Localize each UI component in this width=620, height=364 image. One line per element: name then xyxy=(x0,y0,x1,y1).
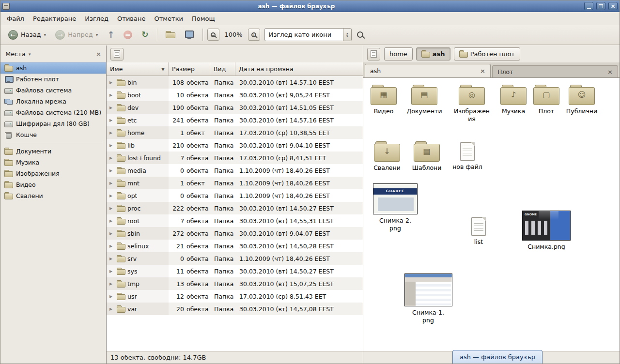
table-row[interactable]: ▶ sbin 272обекта Папка 30.03.2010 (вт) 9… xyxy=(107,227,363,240)
table-row[interactable]: ▶ root ?обекта Папка 30.03.2010 (вт) 14,… xyxy=(107,214,363,227)
menu-item[interactable]: Отиване xyxy=(113,13,150,24)
expander-icon[interactable]: ▶ xyxy=(109,181,114,185)
icon-view-item[interactable]: ▤ Шаблони xyxy=(405,141,449,172)
sidebar-item[interactable]: Файлова система xyxy=(0,85,106,96)
expander-icon[interactable]: ▶ xyxy=(109,194,114,198)
table-row[interactable]: ▶ tmp 13обекта Папка 30.03.2010 (вт) 15,… xyxy=(107,277,363,290)
expander-icon[interactable]: ▶ xyxy=(109,118,114,122)
column-header-type[interactable]: Вид xyxy=(210,62,235,76)
expander-icon[interactable]: ▶ xyxy=(109,80,114,85)
table-row[interactable]: ▶ sys 11обекта Папка 30.03.2010 (вт) 14,… xyxy=(107,265,363,277)
sidebar-item[interactable]: Документи xyxy=(0,146,106,157)
zoom-in-button[interactable]: + xyxy=(248,29,260,41)
icon-view-item[interactable]: GNOME Снимка.png xyxy=(525,211,568,251)
zoom-out-button[interactable]: − xyxy=(207,29,219,41)
table-row[interactable]: ▶ selinux 21обекта Папка 30.03.2010 (вт)… xyxy=(107,240,363,252)
expander-icon[interactable]: ▶ xyxy=(109,294,114,299)
icon-view-item[interactable]: ▤ Документи xyxy=(403,85,446,115)
icon-view-item[interactable]: GUADEC Снимка-2. png xyxy=(373,183,417,232)
table-row[interactable]: ▶ etc 241обекта Папка 30.03.2010 (вт) 14… xyxy=(107,114,363,126)
sidebar-item[interactable]: Файлова система (210 MB) xyxy=(0,107,106,118)
back-button[interactable]: ← Назад ▾ xyxy=(4,28,50,42)
expander-icon[interactable]: ▶ xyxy=(109,106,114,110)
reload-button[interactable]: ↻ xyxy=(138,28,152,41)
sidebar-item[interactable]: Кошче xyxy=(0,129,106,140)
up-button[interactable]: ↑ xyxy=(103,28,118,42)
sidebar-item[interactable]: Локална мрежа xyxy=(0,96,106,107)
view-mode-select[interactable]: Изглед като икони ▴▾ xyxy=(264,28,352,41)
sidebar-item[interactable]: ash xyxy=(0,62,106,74)
table-row[interactable]: ▶ bin 108обекта Папка 30.03.2010 (вт) 14… xyxy=(107,76,363,89)
pathbar-button[interactable]: Работен плот xyxy=(454,47,520,61)
spinner-arrows-icon[interactable]: ▴▾ xyxy=(343,29,351,41)
menu-item[interactable]: Редактиране xyxy=(29,13,80,24)
expander-icon[interactable]: ▶ xyxy=(109,282,114,286)
sidebar-item[interactable]: Шифриран дял (80 GB) xyxy=(0,118,106,129)
icon-view-item[interactable]: ▦ Видео xyxy=(363,85,405,115)
expander-icon[interactable]: ▶ xyxy=(109,156,114,160)
stop-button[interactable] xyxy=(120,28,136,42)
table-row[interactable]: ▶ usr 12обекта Папка 17.03.2010 (ср) 8,5… xyxy=(107,290,363,303)
icon-view-item[interactable]: ☺ Публични xyxy=(560,85,604,115)
sidebar-title[interactable]: Места xyxy=(5,50,26,58)
expander-icon[interactable]: ▶ xyxy=(109,257,114,261)
close-button[interactable]: × xyxy=(608,2,618,10)
expander-icon[interactable]: ▶ xyxy=(109,131,114,135)
computer-button[interactable] xyxy=(181,28,198,41)
pathbar-button[interactable]: home xyxy=(384,47,413,61)
search-button[interactable] xyxy=(353,29,367,40)
expander-icon[interactable]: ▶ xyxy=(109,93,114,97)
sidebar-close-icon[interactable]: × xyxy=(96,50,101,58)
chevron-down-icon[interactable]: ▾ xyxy=(29,52,31,57)
table-row[interactable]: ▶ mnt 1обект Папка 1.10.2009 (чт) 18,40,… xyxy=(107,177,363,189)
icon-view-item[interactable]: ◎ Изображен ия xyxy=(450,85,494,122)
icon-view-item[interactable]: нов файл xyxy=(446,142,489,171)
minimize-button[interactable] xyxy=(584,2,593,10)
sidebar-item[interactable]: Музика xyxy=(0,157,106,168)
expander-icon[interactable]: ▶ xyxy=(109,231,114,236)
sidebar-item[interactable]: Видео xyxy=(0,179,106,190)
icon-view-item[interactable]: ↓ Свалени xyxy=(365,141,409,172)
sidebar-item[interactable]: Изображения xyxy=(0,168,106,179)
forward-button[interactable]: → Напред ▾ xyxy=(51,28,102,42)
expander-icon[interactable]: ▶ xyxy=(109,244,114,248)
sidebar-item[interactable]: Свалени xyxy=(0,190,106,201)
table-row[interactable]: ▶ dev 190обекта Папка 30.03.2010 (вт) 14… xyxy=(107,101,363,114)
expander-icon[interactable]: ▶ xyxy=(109,219,114,223)
table-row[interactable]: ▶ boot 10обекта Папка 30.03.2010 (вт) 9,… xyxy=(107,89,363,101)
menu-item[interactable]: Файл xyxy=(2,13,29,24)
table-row[interactable]: ▶ home 1обект Папка 17.03.2010 (ср) 10,3… xyxy=(107,126,363,139)
tab[interactable]: ash × xyxy=(365,64,491,77)
menu-item[interactable]: Помощ xyxy=(187,13,219,24)
pathbar-button[interactable]: ash xyxy=(416,47,450,61)
menu-item[interactable]: Изглед xyxy=(80,13,113,24)
expander-icon[interactable]: ▶ xyxy=(109,168,114,173)
sidebar-item[interactable]: Работен плот xyxy=(0,74,106,85)
expander-icon[interactable]: ▶ xyxy=(109,269,114,273)
table-row[interactable]: ▶ var 20обекта Папка 30.03.2010 (вт) 14,… xyxy=(107,303,363,315)
table-row[interactable]: ▶ srv 0обекта Папка 1.10.2009 (чт) 18,40… xyxy=(107,252,363,265)
tab-close-icon[interactable]: × xyxy=(480,67,485,75)
table-row[interactable]: ▶ media 0обекта Папка 1.10.2009 (чт) 18,… xyxy=(107,164,363,177)
column-header-size[interactable]: Размер xyxy=(169,62,210,76)
table-row[interactable]: ▶ proc 222обекта Папка 30.03.2010 (вт) 1… xyxy=(107,202,363,214)
expander-icon[interactable]: ▶ xyxy=(109,206,114,211)
location-toggle-button[interactable] xyxy=(110,48,124,61)
location-toggle-button[interactable] xyxy=(367,48,380,61)
expander-icon[interactable]: ▶ xyxy=(109,307,114,311)
icon-view[interactable]: ▦ Видео ▤ Документи xyxy=(363,78,620,351)
column-header-name[interactable]: Име ▼ xyxy=(107,62,169,76)
taskbar-window-button[interactable]: ash — файлов браузър xyxy=(452,350,542,364)
table-row[interactable]: ▶ lost+found ?обекта Папка 17.03.2010 (с… xyxy=(107,152,363,164)
table-row[interactable]: ▶ opt 0обекта Папка 1.10.2009 (чт) 18,40… xyxy=(107,189,363,202)
column-header-date[interactable]: Дата на промяна xyxy=(235,62,363,76)
tab[interactable]: Плот × xyxy=(492,65,618,77)
tab-close-icon[interactable]: × xyxy=(607,68,613,76)
maximize-button[interactable] xyxy=(596,2,605,10)
sidebar-item[interactable] xyxy=(0,140,106,146)
menu-item[interactable]: Отметки xyxy=(150,13,187,24)
icon-view-item[interactable]: Снимка-1. png xyxy=(406,273,450,324)
icon-view-item[interactable]: list xyxy=(457,217,500,246)
home-button[interactable] xyxy=(162,29,179,41)
table-row[interactable]: ▶ lib 210обекта Папка 30.03.2010 (вт) 9,… xyxy=(107,139,363,152)
